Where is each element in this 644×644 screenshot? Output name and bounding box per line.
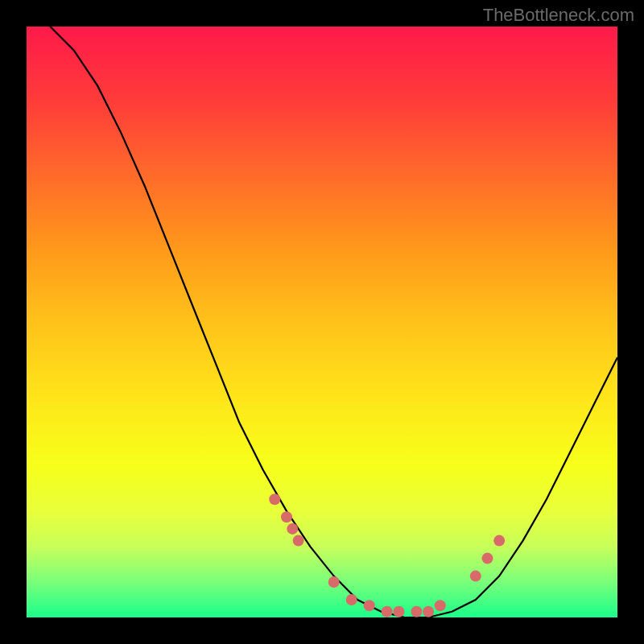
marker-point [470, 571, 481, 582]
marker-point [364, 600, 375, 611]
marker-point [328, 576, 340, 588]
marker-point [293, 535, 304, 547]
marker-point [269, 493, 280, 505]
marker-point [382, 606, 393, 617]
marker-point [435, 600, 446, 611]
marker-point [346, 594, 357, 605]
marker-point [393, 606, 404, 617]
marker-point [482, 553, 493, 564]
marker-point [411, 606, 422, 617]
bottleneck-curve [50, 27, 617, 617]
marker-point [287, 523, 298, 535]
marker-point [281, 511, 292, 522]
chart-plot-area [27, 27, 617, 617]
marker-point [423, 606, 434, 617]
highlight-markers [269, 493, 505, 617]
marker-point [493, 535, 505, 547]
watermark-text: TheBottleneck.com [483, 5, 634, 26]
chart-svg [27, 27, 617, 617]
